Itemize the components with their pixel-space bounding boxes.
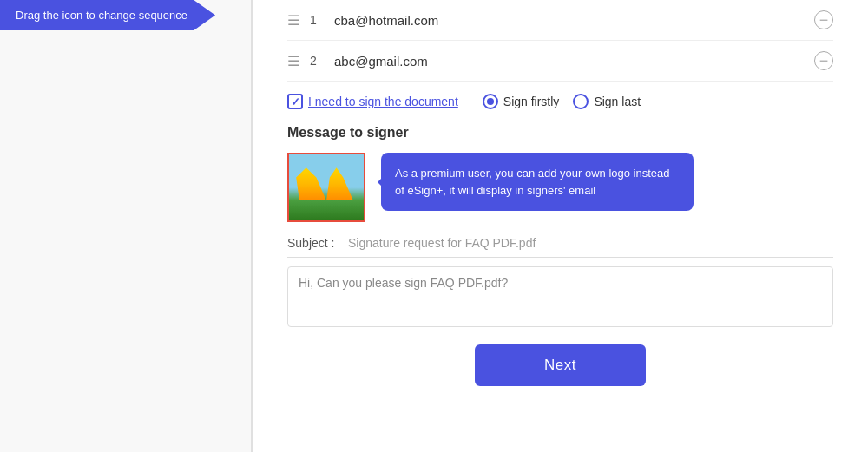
signer-email-2: abc@gmail.com — [334, 54, 814, 69]
next-btn-container: Next — [287, 344, 833, 386]
sign-firstly-label: Sign firstly — [503, 95, 560, 108]
need-to-sign-checkbox[interactable]: ✓ — [287, 94, 303, 109]
logo-tooltip-row: As a premium user, you can add your own … — [287, 153, 833, 222]
drag-handle-icon-1[interactable]: ☰ — [287, 12, 299, 29]
remove-signer-2-button[interactable]: − — [814, 51, 833, 70]
sign-last-radio[interactable] — [573, 94, 589, 109]
main-container: Drag the icon to change sequence ☰ 1 cba… — [0, 0, 868, 452]
checkmark-icon: ✓ — [291, 95, 300, 108]
next-button[interactable]: Next — [475, 344, 646, 386]
signer-number-1: 1 — [310, 13, 324, 27]
signer-row-1: ☰ 1 cba@hotmail.com − — [287, 0, 833, 41]
logo-image-box[interactable] — [287, 153, 365, 222]
message-textarea[interactable] — [287, 266, 833, 327]
left-panel — [0, 0, 252, 452]
drag-tooltip-banner: Drag the icon to change sequence — [0, 0, 215, 30]
need-to-sign-label[interactable]: I need to sign the document — [308, 95, 458, 108]
sign-last-label: Sign last — [594, 95, 641, 108]
message-section-title: Message to signer — [287, 125, 833, 141]
drag-handle-icon-2[interactable]: ☰ — [287, 53, 299, 69]
premium-tooltip-text: As a premium user, you can add your own … — [395, 167, 670, 197]
signer-number-2: 2 — [310, 54, 324, 68]
subject-row: Subject : Signature request for FAQ PDF.… — [287, 236, 833, 258]
signer-email-1: cba@hotmail.com — [334, 13, 814, 28]
content-area: ☰ 1 cba@hotmail.com − ☰ 2 abc@gmail.com … — [252, 0, 868, 452]
signer-row-2: ☰ 2 abc@gmail.com − — [287, 41, 833, 82]
subject-label: Subject : — [287, 236, 339, 250]
sign-firstly-radio-item[interactable]: Sign firstly — [483, 94, 560, 109]
premium-tooltip-bubble: As a premium user, you can add your own … — [381, 153, 694, 211]
checkbox-row: ✓ I need to sign the document Sign first… — [287, 82, 833, 121]
sign-order-radio-group: Sign firstly Sign last — [483, 94, 641, 109]
need-to-sign-checkbox-item[interactable]: ✓ I need to sign the document — [287, 94, 458, 109]
drag-tooltip-text: Drag the icon to change sequence — [16, 9, 187, 22]
tulip-image — [289, 154, 364, 220]
sign-last-radio-item[interactable]: Sign last — [573, 94, 641, 109]
sign-firstly-radio[interactable] — [483, 94, 498, 109]
remove-signer-1-button[interactable]: − — [814, 10, 833, 29]
subject-value: Signature request for FAQ PDF.pdf — [348, 236, 833, 250]
